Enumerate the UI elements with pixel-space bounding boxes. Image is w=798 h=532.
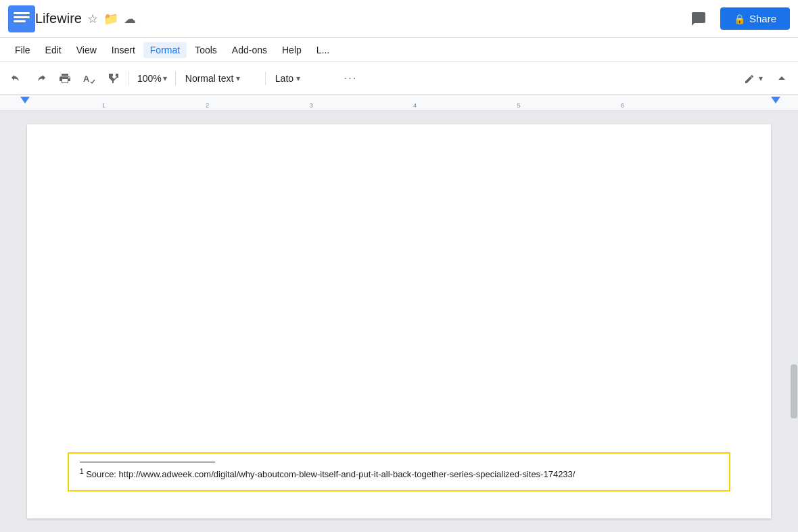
divider-1 xyxy=(128,72,129,85)
svg-rect-2 xyxy=(14,16,30,18)
document-page[interactable]: 1 Source: http://www.adweek.com/digital/… xyxy=(27,124,771,518)
app-icon xyxy=(8,5,35,32)
footnote-area[interactable]: 1 Source: http://www.adweek.com/digital/… xyxy=(68,452,730,491)
zoom-dropdown-icon: ▾ xyxy=(163,74,167,83)
svg-rect-3 xyxy=(14,20,26,22)
print-icon xyxy=(59,72,71,84)
ruler-mark-6: 6 xyxy=(621,102,624,109)
style-selector[interactable]: Normal text ▾ xyxy=(180,70,261,87)
share-button[interactable]: 🔒 Share xyxy=(720,7,790,30)
divider-2 xyxy=(175,72,176,85)
footnote-separator xyxy=(80,462,215,462)
ruler: 1 2 3 4 5 6 xyxy=(0,95,798,111)
zoom-selector[interactable]: 100% ▾ xyxy=(133,70,171,87)
font-dropdown-icon: ▾ xyxy=(296,74,300,83)
top-right-actions: 🔒 Share xyxy=(685,5,790,32)
menu-edit[interactable]: Edit xyxy=(39,42,68,58)
doc-title: Lifewire xyxy=(35,11,82,26)
ruler-right-margin[interactable] xyxy=(771,97,780,103)
footnote-text: 1 Source: http://www.adweek.com/digital/… xyxy=(80,466,718,482)
edit-mode-dropdown-icon: ▾ xyxy=(759,74,763,83)
font-value: Lato xyxy=(275,73,294,84)
menu-tools[interactable]: Tools xyxy=(188,42,224,58)
ruler-mark-1: 1 xyxy=(102,102,105,109)
toolbar: A 100% ▾ Normal text ▾ Lato ▾ ··· ▾ xyxy=(0,62,798,95)
share-label: Share xyxy=(749,13,776,24)
redo-icon xyxy=(34,72,47,84)
ruler-mark-4: 4 xyxy=(413,102,417,109)
undo-icon xyxy=(10,72,22,84)
undo-button[interactable] xyxy=(5,68,27,89)
spellcheck-icon: A xyxy=(83,72,96,84)
document-area: 1 Source: http://www.adweek.com/digital/… xyxy=(0,111,798,532)
title-actions: ☆ 📁 ☁ xyxy=(87,11,136,26)
spellcheck-button[interactable]: A xyxy=(78,68,100,89)
zoom-value: 100% xyxy=(137,73,162,84)
paint-format-button[interactable] xyxy=(103,68,124,89)
style-value: Normal text xyxy=(185,73,234,84)
divider-3 xyxy=(265,72,266,85)
star-icon[interactable]: ☆ xyxy=(87,11,98,26)
footnote-content: Source: http://www.adweek.com/digital/wh… xyxy=(84,469,576,479)
menu-addons[interactable]: Add-ons xyxy=(225,42,274,58)
scrollbar[interactable] xyxy=(790,111,798,532)
style-dropdown-icon: ▾ xyxy=(236,74,240,83)
edit-mode-icon xyxy=(744,72,756,84)
title-bar: Lifewire ☆ 📁 ☁ 🔒 Share xyxy=(0,0,798,38)
menu-more[interactable]: L... xyxy=(310,42,336,58)
collapse-icon xyxy=(776,72,788,84)
more-toolbar-button[interactable]: ··· xyxy=(340,70,361,87)
comments-icon xyxy=(690,11,707,27)
toolbar-right: ▾ xyxy=(738,68,793,89)
redo-button[interactable] xyxy=(30,68,51,89)
comments-button[interactable] xyxy=(685,5,712,32)
folder-icon[interactable]: 📁 xyxy=(103,11,118,26)
lock-icon: 🔒 xyxy=(734,14,745,24)
svg-rect-1 xyxy=(14,12,30,14)
scrollbar-thumb[interactable] xyxy=(791,364,797,418)
menu-file[interactable]: File xyxy=(8,42,37,58)
menu-bar: File Edit View Insert Format Tools Add-o… xyxy=(0,38,798,62)
menu-view[interactable]: View xyxy=(70,42,103,58)
paint-format-icon xyxy=(108,72,120,84)
print-button[interactable] xyxy=(54,68,76,89)
font-selector[interactable]: Lato ▾ xyxy=(270,70,337,87)
svg-rect-0 xyxy=(8,5,35,32)
menu-format[interactable]: Format xyxy=(143,42,187,58)
cloud-icon[interactable]: ☁ xyxy=(124,11,136,26)
edit-mode-button[interactable]: ▾ xyxy=(738,70,768,87)
more-icon: ··· xyxy=(344,72,357,84)
collapse-toolbar-button[interactable] xyxy=(771,68,793,89)
menu-help[interactable]: Help xyxy=(275,42,308,58)
ruler-left-margin[interactable] xyxy=(20,97,30,103)
menu-insert[interactable]: Insert xyxy=(105,42,142,58)
ruler-mark-5: 5 xyxy=(517,102,520,109)
ruler-mark-2: 2 xyxy=(206,102,209,109)
svg-text:A: A xyxy=(83,74,90,84)
ruler-mark-3: 3 xyxy=(310,102,313,109)
